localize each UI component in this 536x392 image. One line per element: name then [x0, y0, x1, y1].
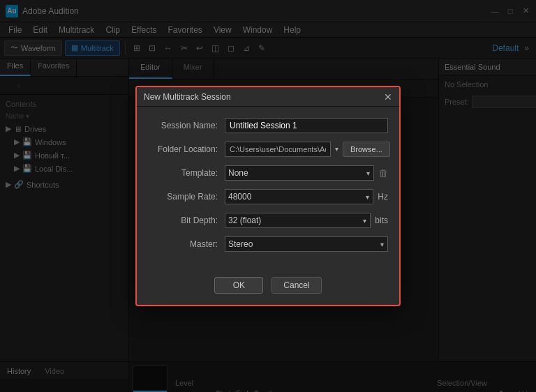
- folder-row: ▾ Browse...: [225, 142, 390, 157]
- bit-depth-row: Bit Depth: 32 (float) bits: [148, 213, 388, 228]
- sample-rate-unit: Hz: [378, 189, 388, 204]
- sample-rate-label: Sample Rate:: [148, 192, 225, 202]
- sample-rate-select-wrap: 48000: [225, 189, 373, 204]
- template-label: Template:: [148, 168, 225, 178]
- template-row: Template: None 🗑: [148, 165, 388, 181]
- master-label: Master:: [148, 239, 225, 249]
- new-multitrack-session-dialog: New Multitrack Session ✕ Session Name: F…: [135, 86, 401, 306]
- folder-dropdown-icon[interactable]: ▾: [334, 142, 340, 157]
- bit-depth-select-wrap: 32 (float): [225, 213, 371, 228]
- modal-footer: OK Cancel: [137, 271, 399, 305]
- modal-body: Session Name: Folder Location: ▾ Browse.…: [137, 107, 399, 271]
- sample-rate-select[interactable]: 48000: [225, 189, 373, 204]
- folder-location-label: Folder Location:: [148, 144, 225, 154]
- ok-button[interactable]: OK: [214, 277, 263, 294]
- master-select[interactable]: Stereo: [225, 236, 388, 252]
- folder-location-row: Folder Location: ▾ Browse...: [148, 142, 388, 157]
- master-select-wrap: Stereo: [225, 236, 388, 252]
- template-delete-icon[interactable]: 🗑: [378, 167, 388, 179]
- template-select-wrap: None: [225, 165, 374, 181]
- modal-overlay[interactable]: New Multitrack Session ✕ Session Name: F…: [0, 0, 536, 392]
- bit-depth-label: Bit Depth:: [148, 216, 225, 225]
- template-select[interactable]: None: [225, 165, 374, 181]
- sample-rate-row: Sample Rate: 48000 Hz: [148, 189, 388, 204]
- session-name-row: Session Name:: [148, 118, 388, 133]
- browse-button[interactable]: Browse...: [343, 142, 390, 157]
- cancel-button[interactable]: Cancel: [271, 277, 321, 294]
- modal-close-button[interactable]: ✕: [384, 91, 392, 103]
- modal-title: New Multitrack Session: [144, 92, 384, 102]
- master-row: Master: Stereo: [148, 236, 388, 252]
- modal-title-bar: New Multitrack Session ✕: [137, 87, 399, 107]
- bit-depth-select[interactable]: 32 (float): [225, 213, 371, 228]
- folder-location-input[interactable]: [225, 142, 331, 157]
- session-name-label: Session Name:: [148, 121, 225, 130]
- bit-depth-unit: bits: [375, 213, 388, 228]
- session-name-input[interactable]: [225, 118, 388, 133]
